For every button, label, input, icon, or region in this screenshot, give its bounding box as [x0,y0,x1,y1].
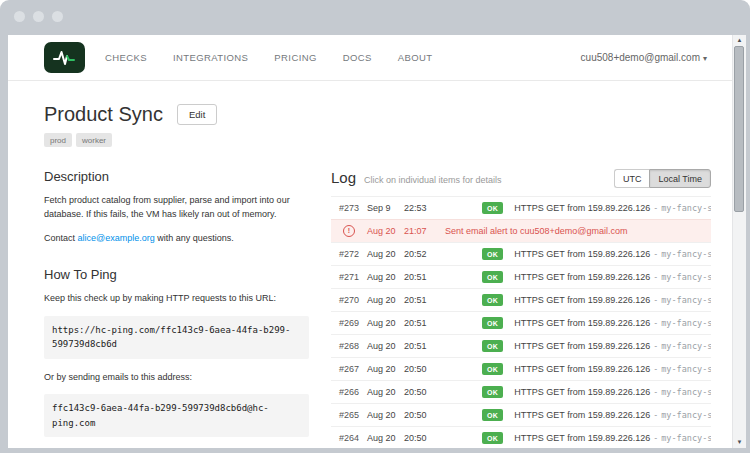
log-row[interactable]: #267 Aug 20 20:50 OK HTTPS GET from 159.… [331,357,711,380]
scrollbar-thumb[interactable] [734,46,744,212]
ok-badge: OK [482,363,503,375]
log-row-separator: - [654,341,657,351]
browser-viewport: CHECKS INTEGRATIONS PRICING DOCS ABOUT c… [8,35,746,448]
tag-worker: worker [76,133,112,147]
alert-icon-cell: ! [339,225,367,237]
log-row[interactable]: #270 Aug 20 20:51 OK HTTPS GET from 159.… [331,288,711,311]
email-instruction: Or by sending emails to this address: [44,371,309,385]
log-row-number: #269 [339,318,367,328]
log-row-slug: my-fancy-sy… [661,364,711,374]
log-row-time: 21:07 [404,226,434,236]
nav-item-checks[interactable]: CHECKS [105,52,147,63]
log-row-separator: - [654,364,657,374]
log-row[interactable]: ! Aug 20 21:07 Sent email alert to cuu50… [331,219,711,242]
log-row-separator: - [654,272,657,282]
utc-button[interactable]: UTC [614,169,650,188]
log-row-time: 20:50 [404,433,434,443]
log-row-separator: - [654,249,657,259]
http-instruction: Keep this check up by making HTTP reques… [44,292,309,306]
scrollbar[interactable]: ▲ ▼ [732,35,746,448]
log-row-date: Aug 20 [367,341,404,351]
log-row[interactable]: #266 Aug 20 20:50 OK HTTPS GET from 159.… [331,380,711,403]
account-email: cuu508+demo@gmail.com [581,52,700,63]
ok-badge: OK [482,317,503,329]
log-row-number: #267 [339,364,367,374]
log-row-slug: my-fancy-sy… [661,387,711,397]
log-row-number: #268 [339,341,367,351]
log-row-message: Sent email alert to cuu508+demo@gmail.co… [445,226,627,236]
log-subtitle: Click on individual items for details [364,175,502,185]
log-row-number: #271 [339,272,367,282]
ok-badge: OK [482,294,503,306]
log-row-time: 20:51 [404,341,434,351]
ok-badge: OK [482,202,503,214]
log-row-number: #270 [339,295,367,305]
log-row-slug: my-fancy-sy… [661,249,711,259]
local-time-button[interactable]: Local Time [649,169,711,188]
log-row-message: HTTPS GET from 159.89.226.126 [514,318,650,328]
description-text: Fetch product catalog from supplier, par… [44,194,309,222]
log-row-time: 20:50 [404,364,434,374]
navbar: CHECKS INTEGRATIONS PRICING DOCS ABOUT c… [8,35,733,81]
log-row-slug: my-fancy-sy… [661,341,711,351]
log-row-separator: - [654,295,657,305]
log-row-number: #264 [339,433,367,443]
log-row-number: #265 [339,410,367,420]
log-row-time: 20:50 [404,410,434,420]
log-row-date: Aug 20 [367,249,404,259]
log-row-separator: - [654,410,657,420]
nav-item-integrations[interactable]: INTEGRATIONS [173,52,248,63]
account-menu[interactable]: cuu508+demo@gmail.com▾ [581,52,707,63]
nav-links: CHECKS INTEGRATIONS PRICING DOCS ABOUT [105,52,433,63]
ok-badge: OK [482,271,503,283]
log-row-number: #273 [339,203,367,213]
window-close-icon[interactable] [14,11,25,22]
log-row-message: HTTPS GET from 159.89.226.126 [514,364,650,374]
log-row[interactable]: #272 Aug 20 20:52 OK HTTPS GET from 159.… [331,242,711,265]
log-row[interactable]: #273 Sep 9 22:53 OK HTTPS GET from 159.8… [331,196,711,219]
nav-item-about[interactable]: ABOUT [398,52,433,63]
window-minimize-icon[interactable] [33,11,44,22]
nav-item-docs[interactable]: DOCS [343,52,372,63]
log-row-slug: my-fancy-sy… [661,203,711,213]
ok-badge: OK [482,340,503,352]
log-row-separator: - [654,387,657,397]
description-heading: Description [44,169,309,184]
log-row[interactable]: #269 Aug 20 20:51 OK HTTPS GET from 159.… [331,311,711,334]
log-heading: Log [331,169,356,186]
chevron-down-icon: ▾ [703,54,707,63]
brand-logo[interactable] [44,42,85,73]
log-row-number: #272 [339,249,367,259]
log-row-separator: - [654,318,657,328]
log-row-message: HTTPS GET from 159.89.226.126 [514,295,650,305]
log-row-separator: - [654,203,657,213]
edit-button[interactable]: Edit [177,104,217,125]
window-controls[interactable] [14,11,63,22]
ping-email-code: ffc143c9-6aea-44fa-b299-599739d8cb6d@hc-… [44,394,309,437]
ping-url-code: https://hc-ping.com/ffc143c9-6aea-44fa-b… [44,316,309,359]
timezone-toggle: UTC Local Time [614,169,711,188]
log-row[interactable]: #268 Aug 20 20:51 OK HTTPS GET from 159.… [331,334,711,357]
scroll-up-icon[interactable]: ▲ [733,36,746,45]
log-row[interactable]: #265 Aug 20 20:50 OK HTTPS GET from 159.… [331,403,711,426]
window-maximize-icon[interactable] [52,11,63,22]
log-row-message: HTTPS GET from 159.89.226.126 [514,410,650,420]
log-row-date: Aug 20 [367,433,404,443]
log-row-message: HTTPS GET from 159.89.226.126 [514,387,650,397]
tag-list: prod worker [44,133,711,147]
heartbeat-icon [51,47,78,68]
log-row-time: 20:52 [404,249,434,259]
ok-badge: OK [482,409,503,421]
ok-badge: OK [482,386,503,398]
nav-item-pricing[interactable]: PRICING [274,52,316,63]
log-row-message: HTTPS GET from 159.89.226.126 [514,272,650,282]
scroll-down-icon[interactable]: ▼ [733,438,746,447]
log-row-number: #266 [339,387,367,397]
contact-email-link[interactable]: alice@example.org [78,233,155,243]
log-row-time: 20:51 [404,295,434,305]
log-row[interactable]: #271 Aug 20 20:51 OK HTTPS GET from 159.… [331,265,711,288]
log-row-time: 22:53 [404,203,434,213]
log-row[interactable]: #264 Aug 20 20:50 OK HTTPS GET from 159.… [331,426,711,448]
log-row-date: Sep 9 [367,203,404,213]
log-row-message: HTTPS GET from 159.89.226.126 [514,433,650,443]
